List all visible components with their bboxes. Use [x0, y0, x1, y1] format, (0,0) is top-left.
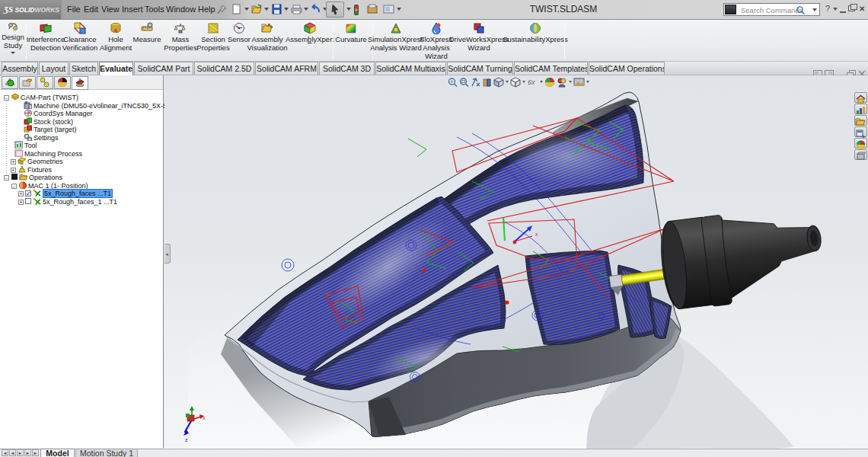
svg-text:x: x — [535, 232, 538, 237]
svg-text:6x: 6x — [528, 78, 535, 86]
svg-text:z: z — [185, 437, 188, 443]
svg-text:x: x — [203, 415, 206, 420]
